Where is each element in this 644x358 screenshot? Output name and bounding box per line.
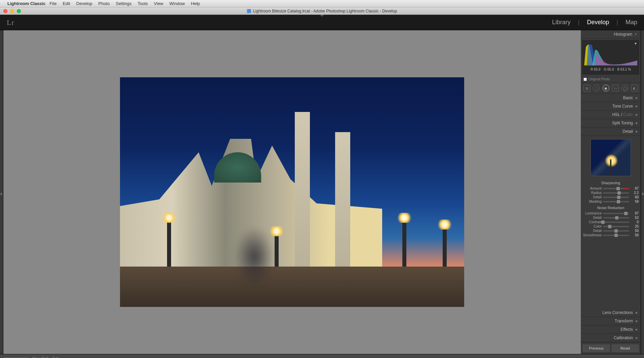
lens-corrections-panel-header[interactable]: Lens Corrections◀	[581, 309, 641, 317]
show-grid-label: Show Grid:	[32, 357, 49, 358]
chevron-left-icon: ◀	[635, 328, 637, 331]
svg-marker-0	[585, 43, 587, 45]
menu-window[interactable]: Window	[168, 1, 186, 6]
crop-tool-icon[interactable]: ⊞	[583, 85, 590, 91]
close-icon[interactable]	[3, 9, 7, 13]
module-develop[interactable]: Develop	[587, 19, 609, 26]
module-separator: |	[578, 19, 580, 26]
noise-color-slider[interactable]: Color25	[583, 224, 639, 229]
local-adjustment-tools: ⊞ ◌ ◉ ▭ ◯ ◐	[581, 82, 641, 94]
chevron-left-icon: ◀	[635, 121, 637, 125]
menu-tools[interactable]: Tools	[136, 1, 149, 6]
tone-curve-panel-header[interactable]: Tone Curve◀	[581, 102, 641, 111]
calibration-panel-header[interactable]: Calibration◀	[581, 334, 641, 342]
menu-develop[interactable]: Develop	[75, 1, 94, 6]
maximize-icon[interactable]	[17, 9, 21, 13]
develop-right-panel: Histogram ▼ R 65.9 G 65.0 B 63.1 % Origi…	[581, 30, 641, 354]
sharpening-detail-slider[interactable]: Detail60	[583, 195, 639, 199]
detail-panel-header[interactable]: Detail◀	[581, 127, 641, 136]
left-panel-expand[interactable]	[0, 30, 3, 354]
right-panel-collapse[interactable]	[641, 30, 644, 354]
chevron-left-icon: ◀	[635, 105, 637, 108]
hsl-color-panel-header[interactable]: HSL / Color◀	[581, 111, 641, 119]
noise-contrast-slider[interactable]: Contrast0	[583, 220, 639, 224]
radial-filter-tool-icon[interactable]: ◯	[621, 85, 628, 91]
noise-detail-slider[interactable]: Detail52	[583, 215, 639, 220]
window-controls	[0, 9, 21, 13]
sharpening-radius-slider[interactable]: Radius2.2	[583, 191, 639, 195]
reset-button[interactable]: Reset	[612, 345, 639, 352]
histogram-readout: R 65.9 G 65.0 B 63.1 %	[584, 66, 637, 73]
histogram-label: Histogram	[614, 32, 632, 37]
noise-smoothness-slider[interactable]: Smoothness50	[583, 233, 639, 237]
noise-reduction-title: Noise Reduction	[583, 204, 639, 211]
menu-view[interactable]: View	[153, 1, 165, 6]
lightroom-logo: Lr	[7, 18, 14, 27]
chevron-left-icon: ◀	[635, 311, 637, 314]
menu-photo[interactable]: Photo	[97, 1, 111, 6]
detail-panel-body: Sharpening Amount87 Radius2.2 Detail60 M…	[581, 136, 641, 309]
menu-file[interactable]: File	[48, 1, 58, 6]
chevron-left-icon: ◀	[635, 319, 637, 323]
chevron-left-icon: ◀	[635, 113, 637, 116]
sharpening-amount-slider[interactable]: Amount87	[583, 186, 639, 191]
menu-help[interactable]: Help	[190, 1, 201, 6]
document-title-text: Lightroom Bitesize Catalog.lrcat - Adobe…	[253, 9, 397, 13]
auto-label: Auto	[52, 357, 59, 358]
original-photo-label: Original Photo	[589, 77, 610, 81]
histogram-header[interactable]: Histogram ▼	[581, 30, 641, 39]
graduated-filter-tool-icon[interactable]: ▭	[612, 85, 619, 91]
module-picker: Library | Develop | Map	[552, 19, 637, 26]
noise-color-detail-slider[interactable]: Detail50	[583, 229, 639, 233]
top-panel-expand-icon[interactable]	[320, 15, 324, 17]
minimize-icon[interactable]	[10, 9, 14, 13]
sharpening-title: Sharpening	[583, 179, 639, 186]
split-toning-panel-header[interactable]: Split Toning◀	[581, 119, 641, 127]
image-canvas[interactable]	[3, 30, 581, 354]
window-titlebar: Lightroom Bitesize Catalog.lrcat - Adobe…	[0, 7, 644, 15]
original-photo-toggle[interactable]: Original Photo	[581, 76, 641, 82]
show-grid-control[interactable]: Show Grid: ▲	[32, 357, 49, 358]
macos-menubar: Lightroom Classic File Edit Develop Phot…	[0, 0, 644, 7]
transform-panel-header[interactable]: Transform◀	[581, 317, 641, 325]
noise-luminance-slider[interactable]: Luminance87	[583, 211, 639, 215]
adjustment-brush-tool-icon[interactable]: ◐	[631, 85, 638, 91]
auto-control[interactable]: Auto ▼	[52, 357, 59, 358]
effects-panel-header[interactable]: Effects◀	[581, 325, 641, 334]
original-photo-checkbox[interactable]	[583, 78, 587, 81]
menu-edit[interactable]: Edit	[61, 1, 71, 6]
chevron-down-icon: ▼	[634, 33, 637, 36]
bottom-toolbar: ▭ ◫ ▾ Show Grid: ▲ Auto ▼ Soft Proofing	[0, 354, 644, 358]
redeye-tool-icon[interactable]: ◉	[603, 85, 609, 91]
app-header: Lr Library | Develop | Map	[0, 15, 644, 30]
menu-settings[interactable]: Settings	[114, 1, 133, 6]
histogram-chart	[584, 42, 637, 66]
module-library[interactable]: Library	[552, 19, 571, 26]
photo-preview	[120, 77, 464, 307]
module-map[interactable]: Map	[626, 19, 637, 26]
document-title: Lightroom Bitesize Catalog.lrcat - Adobe…	[247, 9, 397, 13]
sharpening-masking-slider[interactable]: Masking59	[583, 199, 639, 204]
svg-marker-1	[635, 43, 637, 45]
spot-removal-tool-icon[interactable]: ◌	[593, 85, 600, 91]
module-separator: |	[616, 19, 618, 26]
detail-preview-thumbnail[interactable]	[591, 139, 631, 176]
document-icon	[247, 9, 251, 13]
chevron-left-icon: ◀	[635, 336, 637, 340]
histogram-panel[interactable]: R 65.9 G 65.0 B 63.1 %	[582, 40, 639, 75]
chevron-left-icon: ◀	[635, 96, 637, 100]
basic-panel-header[interactable]: Basic◀	[581, 94, 641, 102]
app-name[interactable]: Lightroom Classic	[7, 1, 45, 6]
chevron-left-icon: ◀	[635, 130, 637, 133]
previous-button[interactable]: Previous	[583, 345, 610, 352]
